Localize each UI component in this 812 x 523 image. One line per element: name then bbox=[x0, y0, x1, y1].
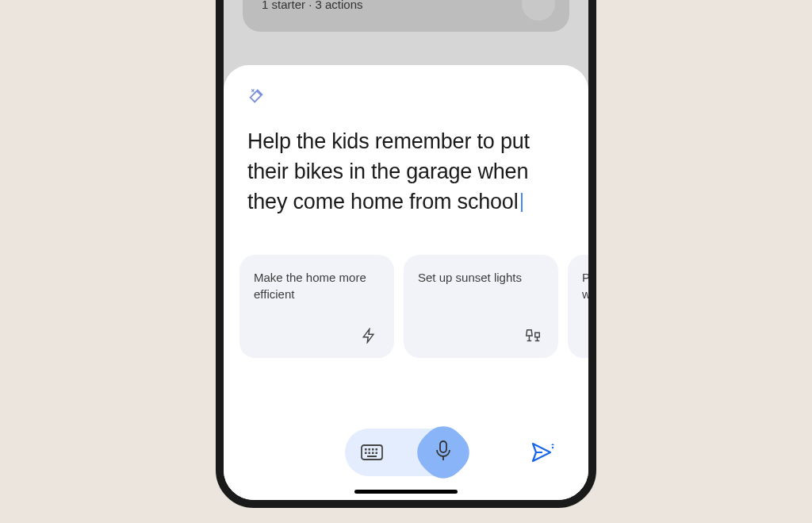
svg-rect-8 bbox=[375, 452, 377, 455]
svg-rect-2 bbox=[368, 448, 370, 451]
svg-rect-1 bbox=[365, 448, 367, 451]
svg-rect-9 bbox=[367, 456, 377, 457]
svg-rect-6 bbox=[368, 452, 370, 455]
suggestion-label: Play s when bbox=[582, 269, 588, 302]
suggestion-card-sunset-lights[interactable]: Set up sunset lights bbox=[404, 255, 558, 358]
prompt-text-content: Help the kids remember to put their bike… bbox=[247, 129, 530, 213]
keyboard-button[interactable] bbox=[361, 444, 383, 460]
svg-rect-7 bbox=[372, 452, 374, 455]
background-automation-card: 1 starter · 3 actions bbox=[243, 0, 569, 32]
microphone-icon bbox=[435, 440, 452, 465]
suggestion-label: Set up sunset lights bbox=[418, 269, 544, 286]
mic-button[interactable] bbox=[412, 421, 474, 483]
automation-summary-text: 1 starter · 3 actions bbox=[262, 0, 363, 11]
svg-rect-10 bbox=[440, 441, 446, 452]
suggestion-card-efficient[interactable]: Make the home more efficient bbox=[239, 255, 394, 358]
home-indicator[interactable] bbox=[354, 490, 458, 494]
svg-rect-4 bbox=[375, 448, 377, 451]
automation-card-avatar bbox=[522, 0, 555, 21]
suggestion-card-play[interactable]: Play s when bbox=[568, 255, 588, 358]
text-cursor bbox=[521, 193, 523, 212]
magic-wand-icon bbox=[247, 87, 588, 108]
svg-point-11 bbox=[552, 447, 553, 448]
input-mode-pill bbox=[345, 429, 468, 476]
assistant-sheet: Help the kids remember to put their bike… bbox=[224, 65, 588, 500]
svg-rect-3 bbox=[372, 448, 374, 451]
phone-frame: 1 starter · 3 actions Help the kids reme… bbox=[216, 0, 596, 508]
phone-content: 1 starter · 3 actions Help the kids reme… bbox=[224, 0, 588, 500]
lamp-icon bbox=[522, 325, 544, 347]
prompt-input-text[interactable]: Help the kids remember to put their bike… bbox=[224, 127, 588, 217]
svg-rect-5 bbox=[365, 452, 367, 455]
input-bar bbox=[224, 429, 588, 476]
suggestion-label: Make the home more efficient bbox=[254, 269, 380, 302]
send-button[interactable] bbox=[531, 442, 555, 463]
suggestions-row: Make the home more efficient Set up suns… bbox=[224, 255, 588, 358]
bolt-icon bbox=[358, 325, 380, 347]
